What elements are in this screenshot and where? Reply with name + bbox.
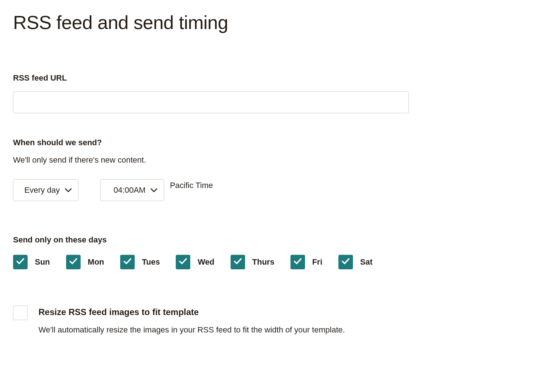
schedule-row: Every day 04:00AM Pacific Time (13, 179, 536, 201)
frequency-select[interactable]: Every day (13, 179, 78, 201)
day-label: Mon (88, 257, 104, 267)
day-item-thurs: Thurs (231, 255, 274, 269)
day-item-wed: Wed (176, 255, 214, 269)
time-value: 04:00AM (114, 185, 146, 195)
day-checkbox-mon[interactable] (66, 255, 81, 269)
check-icon (123, 258, 132, 266)
day-item-fri: Fri (290, 255, 322, 269)
day-checkbox-thurs[interactable] (231, 255, 245, 269)
resize-checkbox[interactable] (13, 306, 28, 320)
day-label: Sun (35, 257, 50, 267)
resize-title: Resize RSS feed images to fit template (38, 307, 345, 317)
check-icon (341, 258, 350, 266)
schedule-section: When should we send? We'll only send if … (13, 138, 536, 201)
schedule-helper: We'll only send if there's new content. (13, 155, 536, 165)
day-label: Tues (142, 257, 160, 267)
day-checkbox-sun[interactable] (13, 255, 28, 269)
day-item-tues: Tues (120, 255, 160, 269)
resize-section: Resize RSS feed images to fit template W… (13, 306, 536, 335)
day-checkbox-wed[interactable] (176, 255, 190, 269)
day-label: Sat (360, 257, 373, 267)
check-icon (293, 258, 302, 266)
resize-text-group: Resize RSS feed images to fit template W… (38, 306, 345, 335)
chevron-down-icon (151, 188, 157, 192)
days-section: Send only on these days SunMonTuesWedThu… (13, 235, 536, 269)
day-checkbox-sat[interactable] (338, 255, 353, 269)
day-checkbox-fri[interactable] (290, 255, 305, 269)
day-item-mon: Mon (66, 255, 104, 269)
schedule-label: When should we send? (13, 138, 536, 147)
day-label: Thurs (252, 257, 274, 267)
rss-url-label: RSS feed URL (13, 73, 536, 83)
check-icon (233, 258, 242, 266)
resize-description: We'll automatically resize the images in… (38, 325, 345, 335)
day-label: Fri (312, 257, 322, 267)
days-label: Send only on these days (13, 235, 536, 245)
chevron-down-icon (65, 188, 72, 192)
day-item-sun: Sun (13, 255, 50, 269)
timezone-label: Pacific Time (170, 181, 213, 190)
page-title: RSS feed and send timing (13, 12, 536, 33)
rss-url-section: RSS feed URL (13, 73, 536, 113)
day-item-sat: Sat (338, 255, 373, 269)
day-label: Wed (198, 257, 214, 267)
rss-url-input[interactable] (13, 91, 409, 113)
time-select[interactable]: 04:00AM (100, 179, 164, 201)
check-icon (69, 258, 78, 266)
day-checkbox-tues[interactable] (120, 255, 135, 269)
frequency-value: Every day (24, 185, 60, 195)
check-icon (179, 258, 187, 266)
check-icon (16, 258, 25, 266)
days-row: SunMonTuesWedThursFriSat (13, 255, 536, 269)
